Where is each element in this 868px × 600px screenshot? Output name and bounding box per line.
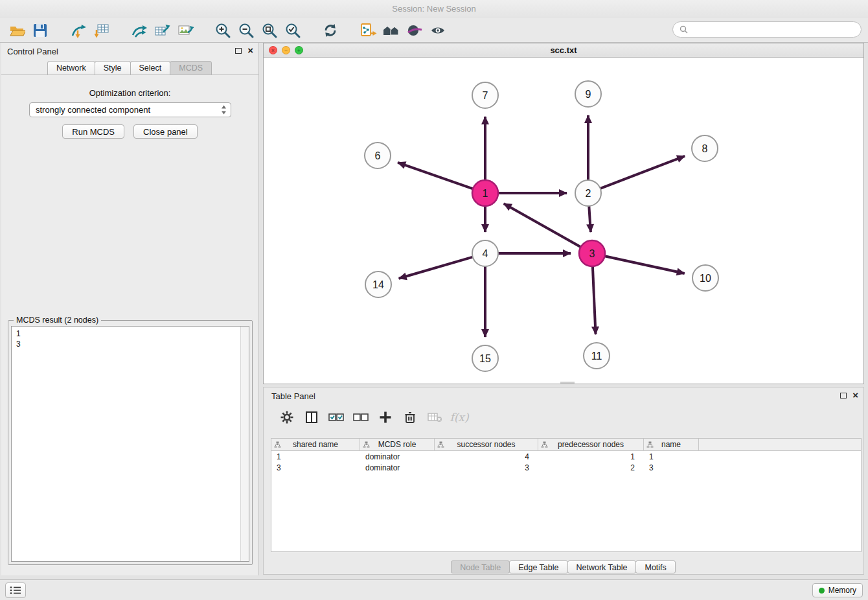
memory-button[interactable]: Memory [812, 583, 863, 597]
memory-status-icon [819, 588, 825, 594]
main-toolbar [0, 18, 868, 43]
add-column-button[interactable] [375, 408, 396, 427]
zoom-out-button[interactable] [234, 20, 258, 41]
graph-node-7[interactable]: 7 [472, 82, 498, 108]
table-cell: 1 [538, 452, 644, 461]
function-builder-button[interactable]: f(x) [449, 408, 470, 427]
search-field[interactable] [672, 21, 862, 38]
tab-node-table[interactable]: Node Table [451, 560, 510, 573]
table-row[interactable]: 1dominator411 [271, 451, 861, 462]
list-icon [10, 586, 21, 595]
mcds-result-list: 13 [12, 327, 240, 561]
graph-edge-3-11[interactable] [593, 266, 596, 334]
table-cell: 1 [644, 452, 699, 461]
clone-network-button[interactable] [356, 20, 380, 41]
svg-text:2: 2 [586, 188, 591, 199]
column-header-successor-nodes[interactable]: successor nodes [435, 439, 538, 450]
table-cell: dominator [360, 452, 435, 461]
control-panel-header: Control Panel × [1, 43, 258, 60]
graph-node-8[interactable]: 8 [692, 135, 718, 161]
graph-edge-1-6[interactable] [398, 163, 473, 189]
control-panel-tabs: NetworkStyleSelectMCDS [1, 61, 258, 75]
apply-style-button[interactable] [403, 20, 426, 41]
table-settings-button[interactable] [277, 408, 297, 427]
criterion-dropdown[interactable]: strongly connected component [29, 102, 231, 117]
float-panel-icon[interactable] [235, 48, 242, 54]
export-image-button[interactable] [174, 20, 197, 41]
export-table-button[interactable] [150, 20, 174, 41]
graph-node-3[interactable]: 3 [579, 240, 605, 266]
run-mcds-button[interactable]: Run MCDS [62, 124, 124, 139]
zoom-fit-button[interactable] [258, 20, 281, 41]
column-header-shared-name[interactable]: shared name [271, 439, 360, 450]
mcds-result-scrollpane: 13 [11, 326, 249, 562]
graph-edge-2-8[interactable] [600, 156, 685, 189]
import-table-button[interactable] [89, 20, 113, 41]
tab-mcds[interactable]: MCDS [170, 61, 212, 75]
svg-text:8: 8 [702, 143, 708, 154]
close-panel-button[interactable]: Close panel [133, 124, 198, 139]
save-session-button[interactable] [29, 20, 52, 41]
show-columns-button[interactable] [301, 408, 322, 427]
tab-select[interactable]: Select [130, 61, 171, 75]
result-vertical-scrollbar[interactable] [240, 327, 249, 561]
table-row[interactable]: 3dominator323 [271, 462, 861, 473]
tab-edge-table[interactable]: Edge Table [509, 560, 567, 573]
import-network-button[interactable] [66, 20, 89, 41]
trash-icon [402, 410, 418, 425]
delete-column-button[interactable] [400, 408, 420, 427]
first-neighbors-button[interactable] [380, 20, 403, 41]
svg-text:9: 9 [586, 89, 591, 100]
column-header-predecessor-nodes[interactable]: predecessor nodes [538, 439, 644, 450]
zoom-fit-icon [261, 22, 278, 39]
graph-node-1[interactable]: 1 [472, 180, 498, 206]
network-canvas[interactable]: 7968124314101511 [264, 58, 863, 384]
zoom-selected-button[interactable] [281, 20, 304, 41]
graph-node-10[interactable]: 10 [692, 265, 718, 291]
open-session-button[interactable] [5, 20, 29, 41]
graph-edge-4-14[interactable] [399, 257, 473, 279]
unselect-all-button[interactable] [350, 408, 371, 427]
zoom-in-button[interactable] [211, 20, 234, 41]
column-header-MCDS-role[interactable]: MCDS role [360, 439, 435, 450]
svg-text:14: 14 [372, 279, 384, 290]
network-share-icon [130, 22, 147, 39]
graph-node-4[interactable]: 4 [472, 240, 498, 266]
svg-text:10: 10 [700, 273, 711, 284]
network-graph: 7968124314101511 [264, 58, 863, 384]
svg-text:6: 6 [375, 150, 381, 161]
close-panel-icon[interactable]: × [247, 46, 253, 55]
select-all-button[interactable] [326, 408, 347, 427]
clone-network-icon [359, 22, 377, 39]
show-hide-button[interactable] [426, 20, 450, 41]
graph-node-14[interactable]: 14 [365, 271, 391, 297]
tab-network[interactable]: Network [47, 61, 95, 75]
table-cell: dominator [360, 463, 435, 472]
graph-edge-2-3[interactable] [589, 206, 591, 232]
network-share-button[interactable] [127, 20, 150, 41]
tab-style[interactable]: Style [95, 61, 131, 75]
first-neighbors-icon [382, 22, 400, 39]
graph-node-2[interactable]: 2 [575, 180, 601, 206]
float-table-panel-icon[interactable] [840, 393, 847, 398]
table-panel-header: Table Panel × [264, 387, 863, 404]
graph-edge-3-10[interactable] [605, 256, 685, 273]
tab-network-table[interactable]: Network Table [567, 560, 637, 573]
refresh-button[interactable] [319, 20, 342, 41]
delete-table-button[interactable] [424, 408, 445, 427]
close-table-panel-icon[interactable]: × [852, 391, 858, 400]
graph-node-15[interactable]: 15 [472, 345, 498, 371]
graph-edge-3-1[interactable] [504, 203, 581, 247]
task-history-button[interactable] [5, 583, 26, 598]
horizontal-splitter-handle[interactable] [560, 382, 575, 384]
control-panel: Control Panel × NetworkStyleSelectMCDS O… [1, 43, 259, 575]
table-cell: 3 [644, 463, 699, 472]
search-input[interactable] [692, 25, 854, 34]
graph-node-6[interactable]: 6 [365, 143, 391, 168]
column-header-name[interactable]: name [644, 439, 699, 450]
eye-icon [429, 22, 446, 39]
status-bar: Memory [0, 579, 868, 600]
tab-motifs[interactable]: Motifs [635, 560, 675, 573]
graph-node-11[interactable]: 11 [584, 343, 610, 369]
graph-node-9[interactable]: 9 [575, 81, 601, 107]
